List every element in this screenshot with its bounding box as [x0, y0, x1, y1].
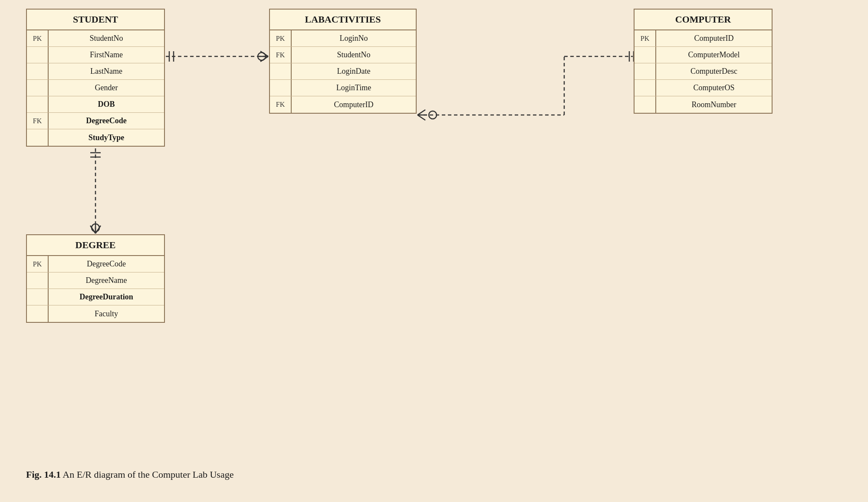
- labactivities-table-body: PK LoginNo FK StudentNo LoginDate LoginT…: [270, 30, 416, 113]
- table-row: ComputerOS: [635, 80, 772, 96]
- table-row: FirstName: [27, 47, 164, 63]
- field-label: ComputerDesc: [656, 64, 772, 79]
- caption-fig-label: Fig. 14.1: [26, 469, 61, 480]
- pk-label: [27, 63, 49, 79]
- labactivities-table: LABACTIVITIES PK LoginNo FK StudentNo Lo…: [269, 9, 417, 114]
- table-row: PK LoginNo: [270, 30, 416, 47]
- field-label: DegreeCode: [49, 114, 164, 128]
- table-row: LoginDate: [270, 63, 416, 80]
- pk-label: FK: [270, 96, 292, 113]
- field-label: LoginDate: [292, 64, 416, 79]
- labactivities-table-header: LABACTIVITIES: [270, 10, 416, 30]
- field-label: LastName: [49, 64, 164, 79]
- pk-label: FK: [27, 113, 49, 129]
- table-row: DOB: [27, 96, 164, 113]
- field-label: FirstName: [49, 48, 164, 62]
- table-row: ComputerModel: [635, 47, 772, 63]
- svg-point-3: [258, 52, 266, 60]
- field-label: StudentNo: [292, 48, 416, 62]
- table-row: FK ComputerID: [270, 96, 416, 113]
- pk-label: PK: [270, 30, 292, 46]
- pk-label: PK: [27, 256, 49, 272]
- student-table: STUDENT PK StudentNo FirstName LastName …: [26, 9, 165, 147]
- diagram-container: STUDENT PK StudentNo FirstName LastName …: [0, 0, 868, 502]
- pk-label: [27, 129, 49, 146]
- pk-label: [635, 47, 656, 63]
- degree-table-body: PK DegreeCode DegreeName DegreeDuration …: [27, 256, 164, 322]
- pk-label: [635, 63, 656, 79]
- field-label: ComputerID: [656, 31, 772, 46]
- svg-point-13: [429, 111, 437, 119]
- svg-line-10: [418, 110, 425, 115]
- table-row: PK ComputerID: [635, 30, 772, 47]
- table-row: FK StudentNo: [270, 47, 416, 63]
- computer-table-header: COMPUTER: [635, 10, 772, 30]
- field-label: RoomNumber: [656, 98, 772, 112]
- degree-table-header: DEGREE: [27, 235, 164, 256]
- field-label: ComputerOS: [656, 81, 772, 95]
- pk-label: [27, 96, 49, 112]
- pk-label: [27, 47, 49, 63]
- pk-label: [27, 80, 49, 96]
- degree-table: DEGREE PK DegreeCode DegreeName DegreeDu…: [26, 234, 165, 323]
- field-label: Faculty: [49, 307, 164, 321]
- table-row: DegreeName: [27, 272, 164, 289]
- pk-label: [27, 272, 49, 289]
- svg-line-5: [260, 56, 268, 62]
- field-label: ComputerModel: [656, 48, 772, 62]
- field-label: DegreeCode: [49, 257, 164, 271]
- svg-line-4: [260, 51, 268, 56]
- student-table-body: PK StudentNo FirstName LastName Gender D…: [27, 30, 164, 146]
- table-row: ComputerDesc: [635, 63, 772, 80]
- field-label: DOB: [49, 97, 164, 112]
- svg-line-11: [418, 115, 425, 120]
- field-label: DegreeName: [49, 273, 164, 288]
- field-label: StudentNo: [49, 31, 164, 46]
- pk-label: [635, 96, 656, 113]
- field-label: DegreeDuration: [49, 290, 164, 304]
- pk-label: [270, 80, 292, 96]
- pk-label: [27, 305, 49, 322]
- field-label: StudyType: [49, 131, 164, 145]
- computer-table: COMPUTER PK ComputerID ComputerModel Com…: [634, 9, 773, 114]
- field-label: LoginTime: [292, 81, 416, 95]
- pk-label: [270, 63, 292, 79]
- field-label: ComputerID: [292, 98, 416, 112]
- pk-label: PK: [27, 30, 49, 46]
- table-row: PK StudentNo: [27, 30, 164, 47]
- table-row: LastName: [27, 63, 164, 80]
- svg-point-19: [92, 224, 99, 232]
- table-row: RoomNumber: [635, 96, 772, 113]
- table-row: PK DegreeCode: [27, 256, 164, 272]
- table-row: DegreeDuration: [27, 289, 164, 305]
- svg-line-20: [90, 226, 95, 233]
- student-table-header: STUDENT: [27, 10, 164, 30]
- svg-line-21: [95, 226, 101, 233]
- field-label: Gender: [49, 81, 164, 95]
- caption-text: An E/R diagram of the Computer Lab Usage: [61, 469, 233, 480]
- table-row: Gender: [27, 80, 164, 96]
- pk-label: [27, 289, 49, 305]
- table-row: Faculty: [27, 305, 164, 322]
- table-row: StudyType: [27, 129, 164, 146]
- table-row: LoginTime: [270, 80, 416, 96]
- pk-label: [635, 80, 656, 96]
- pk-label: FK: [270, 47, 292, 63]
- computer-table-body: PK ComputerID ComputerModel ComputerDesc…: [635, 30, 772, 113]
- figure-caption: Fig. 14.1 An E/R diagram of the Computer…: [26, 469, 233, 480]
- pk-label: PK: [635, 30, 656, 46]
- field-label: LoginNo: [292, 31, 416, 46]
- table-row: FK DegreeCode: [27, 113, 164, 129]
